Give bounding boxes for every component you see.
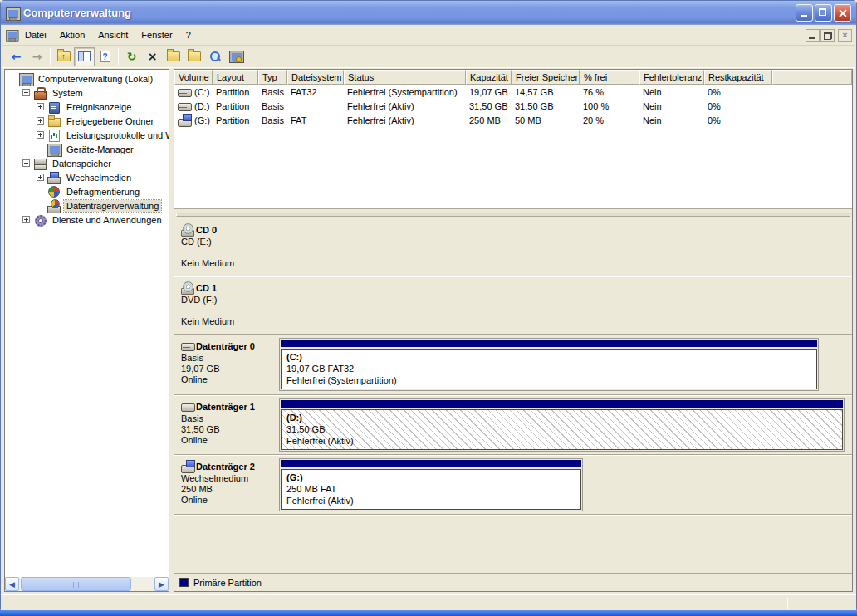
column-header-kapazit-t[interactable]: Kapazität	[466, 70, 512, 85]
column-header-layout[interactable]: Layout	[213, 70, 258, 85]
volume-cell: (C:)	[174, 86, 213, 99]
list-graph-splitter[interactable]	[174, 208, 852, 218]
menu-item-aktion[interactable]: Aktion	[53, 27, 92, 42]
tree-item-system[interactable]: System	[5, 86, 169, 100]
disk-info-cell[interactable]: Datenträger 0Basis19,07 GBOnline	[174, 335, 277, 394]
expand-icon[interactable]	[37, 174, 44, 181]
menu-item-fenster[interactable]: Fenster	[135, 27, 179, 42]
tree-item-label: Defragmentierung	[64, 186, 142, 198]
volume-row-c[interactable]: (C:)PartitionBasisFAT32Fehlerfrei (Syste…	[174, 85, 852, 99]
toolbar-search-icon[interactable]	[204, 47, 225, 66]
volume-row-d[interactable]: (D:)PartitionBasisFehlerfrei (Aktiv)31,5…	[174, 99, 852, 113]
diskmgmt-icon	[47, 199, 61, 213]
partition-c[interactable]: (C:)19,07 GB FAT32Fehlerfrei (Systempart…	[279, 338, 819, 391]
primary-partition-band	[281, 400, 843, 408]
legend-bar: Primäre Partition	[174, 573, 852, 591]
disk-info-line: Wechselmedium	[181, 473, 272, 484]
close-button[interactable]	[834, 4, 851, 22]
scrollbar-thumb[interactable]	[21, 577, 131, 591]
expand-icon[interactable]	[37, 103, 44, 110]
titlebar[interactable]: Computerverwaltung	[1, 1, 856, 25]
manage-computer-icon	[230, 51, 242, 62]
toolbar-forward-icon[interactable]: →	[27, 47, 47, 66]
disk-management-pane: VolumeLayoutTypDateisystemStatusKapazitä…	[174, 69, 853, 592]
drive-icon	[181, 340, 194, 353]
system-icon	[33, 86, 47, 100]
disk-info-cell[interactable]: Datenträger 2Wechselmedium250 MBOnline	[174, 455, 277, 514]
partition-g[interactable]: (G:)250 MB FATFehlerfrei (Aktiv)	[279, 458, 583, 511]
computer-icon	[19, 72, 32, 86]
column-header-status[interactable]: Status	[344, 70, 466, 85]
toolbar-properties-folder-icon[interactable]	[163, 47, 184, 66]
tree-item-computerverwaltung-lokal-[interactable]: Computerverwaltung (Lokal)	[5, 71, 169, 86]
partition-details: (C:)19,07 GB FAT32Fehlerfrei (Systempart…	[281, 349, 817, 389]
volume-cell: Fehlerfrei (Systempartition)	[344, 87, 466, 97]
disk-info-cell[interactable]: CD 0CD (E:) Kein Medium	[174, 218, 277, 276]
volume-cell: 100 %	[580, 101, 639, 111]
disk-row-cd-0: CD 0CD (E:) Kein Medium	[174, 218, 852, 276]
volume-row-g[interactable]: (G:)PartitionBasisFATFehlerfrei (Aktiv)2…	[174, 113, 852, 127]
toolbar-manage-computer-icon[interactable]	[225, 47, 246, 66]
scroll-right-button[interactable]: ▶	[154, 577, 169, 591]
mdi-minimize-button[interactable]	[806, 29, 820, 42]
tree-item-geräte-manager[interactable]: Geräte-Manager	[5, 142, 169, 156]
collapse-icon[interactable]	[22, 89, 30, 96]
mdi-close-button[interactable]: ×	[838, 29, 852, 42]
column-header-freier-speicher[interactable]: Freier Speicher	[512, 70, 580, 85]
column-header-restkapazit-t[interactable]: Restkapazität	[704, 70, 772, 85]
console-tree: Computerverwaltung (Lokal)SystemEreignis…	[5, 71, 169, 577]
restore-button[interactable]	[815, 4, 832, 22]
menu-item-ansicht[interactable]: Ansicht	[91, 27, 135, 42]
toolbar-open-folder-icon[interactable]	[184, 47, 204, 66]
folder-shared-icon	[47, 115, 61, 128]
partition-d[interactable]: (D:)31,50 GBFehlerfrei (Aktiv)	[279, 398, 845, 452]
tree-item-dienste-und-anwendungen[interactable]: Dienste und Anwendungen	[5, 213, 169, 227]
tree-item-defragmentierung[interactable]: Defragmentierung	[5, 184, 169, 198]
column-header-typ[interactable]: Typ	[258, 70, 287, 85]
tree-item-leistungsprotokolle-und-warnungen[interactable]: Leistungsprotokolle und Warnungen	[5, 128, 169, 142]
mdi-restore-button[interactable]	[820, 29, 835, 42]
expand-icon[interactable]	[37, 131, 44, 139]
volume-cell: 31,50 GB	[466, 101, 512, 111]
volume-cell: (G:)	[174, 114, 213, 127]
disk-info-cell[interactable]: Datenträger 1Basis31,50 GBOnline	[174, 395, 277, 454]
toolbar-refresh-icon[interactable]: ↻	[121, 47, 142, 66]
minimize-button[interactable]	[796, 4, 813, 22]
volume-cell: 76 %	[580, 87, 639, 97]
toolbar-back-icon[interactable]: ←	[6, 47, 27, 66]
menu-item-datei[interactable]: Datei	[18, 27, 53, 42]
taskbar-edge[interactable]	[0, 610, 857, 616]
disk-info-cell[interactable]: CD 1DVD (F:) Kein Medium	[174, 276, 277, 334]
toolbar-help-page-icon[interactable]: ?	[95, 47, 115, 66]
scrollbar-track[interactable]	[19, 577, 154, 591]
volume-cell: 0%	[704, 115, 772, 125]
scroll-left-button[interactable]: ◀	[5, 577, 19, 591]
expand-icon[interactable]	[22, 216, 30, 223]
toolbar-up-folder-icon[interactable]: ↑	[53, 47, 74, 66]
collapse-icon[interactable]	[22, 159, 30, 167]
volume-cell: FAT	[287, 115, 344, 125]
column-header--frei[interactable]: % frei	[580, 70, 639, 85]
tree-item-datenträgerverwaltung[interactable]: Datenträgerverwaltung	[5, 198, 169, 213]
expand-icon[interactable]	[37, 117, 44, 125]
tree-item-label: System	[50, 87, 86, 99]
column-header-fehlertoleranz[interactable]: Fehlertoleranz	[639, 70, 704, 85]
column-header-volume[interactable]: Volume	[174, 70, 213, 85]
services-icon	[33, 213, 47, 227]
toolbar: ←→↑?↻×	[2, 46, 855, 68]
mdi-minimize-icon	[809, 37, 815, 39]
drive-removable-icon	[178, 114, 191, 127]
column-header-dateisystem[interactable]: Dateisystem	[287, 70, 344, 85]
tree-item-datenspeicher[interactable]: Datenspeicher	[5, 156, 169, 170]
tree-horizontal-scrollbar[interactable]: ◀ ▶	[5, 577, 169, 591]
toolbar-show-tree-icon[interactable]	[74, 47, 95, 66]
up-folder-icon: ↑	[57, 51, 71, 61]
volume-cell: Partition	[213, 87, 258, 97]
menu-item-help[interactable]: ?	[179, 27, 198, 42]
tree-item-ereignisanzeige[interactable]: Ereignisanzeige	[5, 100, 169, 114]
toolbar-delete-icon[interactable]: ×	[142, 47, 163, 66]
mdi-restore-icon	[824, 32, 832, 40]
tree-item-wechselmedien[interactable]: Wechselmedien	[5, 170, 169, 184]
mdi-window-icon[interactable]	[6, 29, 17, 41]
tree-item-freigegebene-ordner[interactable]: Freigegebene Ordner	[5, 114, 169, 128]
